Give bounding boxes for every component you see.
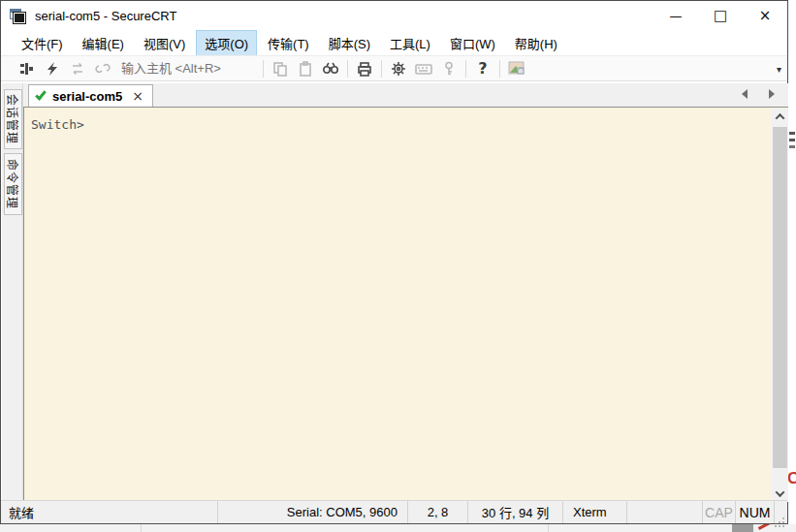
menu-view[interactable]: 视图(V): [135, 30, 194, 56]
status-screen-size: 30 行, 94 列: [467, 501, 562, 523]
background-block: [732, 524, 753, 532]
tab-scroll-right-icon[interactable]: [769, 89, 775, 99]
background-divider: [548, 524, 549, 532]
terminal-area[interactable]: Switch>: [23, 107, 788, 502]
session-manager-icon[interactable]: [15, 57, 40, 80]
status-serial: Serial: COM5, 9600: [217, 501, 407, 523]
print-icon[interactable]: [352, 57, 377, 80]
background-window-right: [788, 0, 796, 524]
status-cursor-position: 2, 8: [407, 501, 467, 523]
menu-script[interactable]: 脚本(S): [320, 30, 379, 56]
toolbar-overflow-arrow[interactable]: ▾: [777, 64, 781, 75]
menu-options[interactable]: 选项(O): [196, 30, 257, 56]
copy-icon[interactable]: [268, 57, 293, 80]
sidebar-tab-session-manager[interactable]: 会话管理: [4, 89, 22, 149]
minimize-button[interactable]: —: [653, 1, 698, 30]
vertical-scrollbar[interactable]: [772, 109, 788, 502]
resize-grip[interactable]: [774, 501, 787, 523]
tab-bar: serial-com5 ×: [23, 83, 788, 107]
host-input[interactable]: [115, 61, 259, 76]
background-window-sliver: [0, 524, 796, 532]
scroll-up-icon[interactable]: [772, 109, 788, 125]
menu-window[interactable]: 窗口(W): [441, 30, 504, 56]
find-icon[interactable]: [318, 57, 343, 80]
menu-bar: 文件(F) 编辑(E) 视图(V) 选项(O) 传输(T) 脚本(S) 工具(L…: [1, 30, 787, 55]
toolbar-separator: [465, 60, 466, 78]
capture-screen-icon[interactable]: [504, 57, 529, 80]
status-emulation: Xterm: [562, 501, 626, 523]
background-text-fragment: [789, 132, 795, 135]
toolbar-separator: [263, 60, 264, 78]
help-icon[interactable]: ?: [470, 57, 495, 80]
close-button[interactable]: ×: [743, 1, 787, 30]
toolbar-separator: [381, 60, 382, 78]
options-gear-icon[interactable]: [386, 57, 411, 80]
left-sidebar: 会话管理 命令管理: [2, 83, 23, 502]
tab-close-icon[interactable]: ×: [132, 89, 143, 103]
menu-tools[interactable]: 工具(L): [381, 30, 439, 56]
connected-check-icon: [35, 88, 47, 100]
paste-icon[interactable]: [293, 57, 318, 80]
key-agent-icon[interactable]: [436, 57, 462, 80]
menu-file[interactable]: 文件(F): [13, 30, 72, 56]
status-blank-section: [626, 501, 702, 523]
scrollbar-thumb[interactable]: [773, 127, 787, 468]
window-title: serial-com5 - SecureCRT: [35, 9, 176, 23]
toolbar-separator: [499, 60, 500, 78]
tab-label: serial-com5: [52, 89, 122, 104]
background-red-glyph: C: [787, 469, 796, 488]
screen: C serial-com5 - SecureCRT — □ × 文件(F) 编辑…: [0, 0, 796, 532]
toolbar-separator: [347, 60, 348, 78]
toolbar: ? ▾: [1, 55, 787, 81]
menu-edit[interactable]: 编辑(E): [74, 30, 133, 56]
quick-connect-icon[interactable]: [40, 57, 65, 80]
sidebar-tab-command-manager[interactable]: 命令管理: [4, 153, 22, 215]
menu-help[interactable]: 帮助(H): [506, 30, 566, 56]
tab-scroll-left-icon[interactable]: [742, 89, 748, 99]
terminal-prompt: Switch>: [24, 108, 788, 132]
status-caps-lock: CAP: [702, 501, 735, 523]
reconnect-icon[interactable]: [65, 57, 90, 80]
status-bar: 就绪 Serial: COM5, 9600 2, 8 30 行, 94 列 Xt…: [1, 500, 787, 523]
keyboard-map-icon[interactable]: [411, 57, 436, 80]
menu-transfer[interactable]: 传输(T): [259, 30, 318, 56]
background-divider: [141, 524, 142, 532]
securecrt-window: serial-com5 - SecureCRT — □ × 文件(F) 编辑(E…: [0, 0, 788, 524]
status-message: 就绪: [1, 501, 217, 523]
disconnect-icon[interactable]: [90, 57, 115, 80]
app-icon: [10, 9, 26, 23]
maximize-button[interactable]: □: [698, 1, 743, 30]
session-tab-serial-com5[interactable]: serial-com5 ×: [28, 84, 153, 107]
status-num-lock: NUM: [735, 501, 774, 523]
title-bar[interactable]: serial-com5 - SecureCRT — □ ×: [1, 1, 787, 30]
